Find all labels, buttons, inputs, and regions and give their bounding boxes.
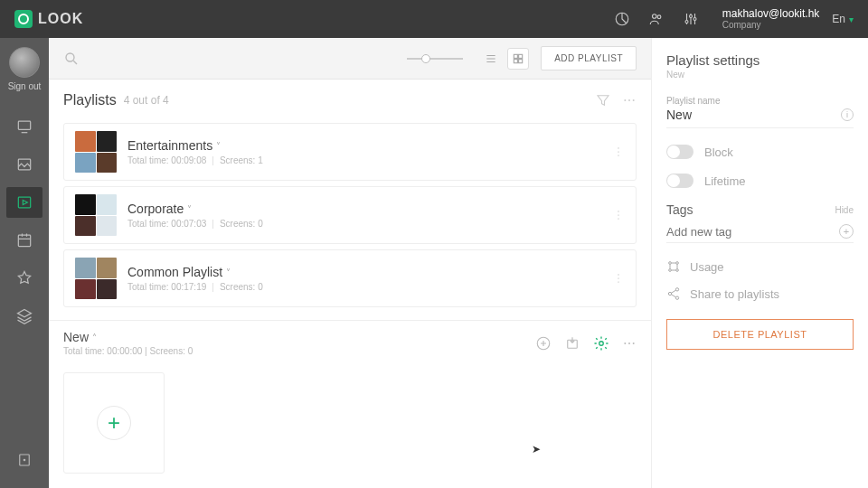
playlist-thumbs [75, 194, 117, 236]
playlist-name-input[interactable] [666, 106, 841, 124]
avatar[interactable] [9, 47, 40, 78]
share-label: Share to playlists [690, 287, 779, 301]
zoom-slider-handle[interactable] [421, 54, 430, 63]
chevron-down-icon: ˅ [216, 141, 221, 151]
open-total-time: 00:00:00 [107, 346, 142, 356]
thumb [97, 194, 118, 215]
svg-point-27 [618, 277, 619, 279]
logo[interactable]: LOOK [14, 10, 83, 28]
thumb [75, 279, 96, 300]
pie-chart-icon[interactable] [612, 9, 632, 29]
settings-panel: Playlist settings New Playlist name i Bl… [651, 38, 868, 488]
add-content-tile[interactable]: + [63, 372, 165, 474]
svg-rect-15 [514, 59, 517, 62]
view-list-button[interactable] [480, 48, 502, 70]
svg-point-4 [689, 15, 692, 18]
card-more-icon[interactable] [612, 209, 625, 221]
language-selector[interactable]: En ▾ [832, 13, 854, 25]
thumb [97, 216, 118, 237]
delete-playlist-button[interactable]: DELETE PLAYLIST [666, 319, 854, 350]
add-tag-plus-icon[interactable]: + [839, 224, 854, 239]
svg-point-11 [24, 459, 25, 461]
svg-point-38 [676, 269, 679, 272]
share-link[interactable]: Share to playlists [666, 286, 854, 301]
playlist-card[interactable]: Corporate˅Total time: 00:07:03|Screens: … [63, 186, 637, 244]
sidebar-layers-icon[interactable] [6, 301, 42, 332]
playlist-card[interactable]: Entertainments˅Total time: 00:09:08|Scre… [63, 123, 637, 181]
filter-icon[interactable] [595, 92, 611, 108]
card-more-icon[interactable] [612, 272, 625, 285]
import-icon[interactable] [564, 335, 580, 352]
open-playlist-name: New [63, 330, 89, 344]
playlist-thumbs [75, 258, 117, 299]
settings-gear-icon[interactable] [593, 335, 609, 352]
tags-title: Tags [666, 202, 835, 217]
lifetime-toggle[interactable] [666, 174, 693, 188]
svg-rect-9 [18, 235, 30, 247]
toolbar: ADD PLAYLIST [49, 38, 651, 80]
playlist-meta: Total time: 00:17:19|Screens: 0 [127, 282, 612, 292]
playlist-name: Corporate˅ [127, 202, 612, 216]
svg-point-1 [652, 14, 656, 19]
svg-point-34 [633, 343, 635, 344]
card-more-icon[interactable] [612, 145, 625, 158]
svg-point-21 [618, 151, 619, 153]
playlists-title: Playlists [63, 92, 117, 108]
open-screens: 0 [188, 346, 193, 356]
search-icon[interactable] [63, 51, 80, 67]
more-icon[interactable] [622, 93, 637, 108]
add-media-icon[interactable] [535, 335, 552, 352]
svg-point-18 [628, 99, 630, 101]
info-icon[interactable]: i [841, 108, 854, 121]
sidebar-playlists-icon[interactable] [6, 187, 42, 218]
svg-point-5 [693, 18, 696, 21]
sidebar-help-icon[interactable] [6, 445, 42, 475]
tags-hide-link[interactable]: Hide [835, 205, 854, 215]
chevron-down-icon: ˅ [187, 204, 192, 214]
playlist-thumbs [75, 131, 117, 173]
cursor-icon: ➤ [532, 443, 541, 455]
svg-point-39 [675, 288, 678, 291]
open-more-icon[interactable] [622, 336, 637, 351]
open-playlist-section: New ˄ Total time: 00:00:00 | Screens: 0 [49, 320, 651, 488]
sidebar-schedule-icon[interactable] [6, 225, 42, 256]
svg-point-36 [676, 262, 679, 265]
users-icon[interactable] [646, 9, 666, 29]
panel-subtitle: New [666, 70, 854, 80]
user-menu[interactable]: makhalov@lookit.hk Company [722, 7, 820, 31]
sidebar-screens-icon[interactable] [6, 111, 42, 142]
open-playlist-name-row[interactable]: New ˄ [63, 330, 193, 344]
user-email: makhalov@lookit.hk [722, 7, 820, 20]
share-icon [666, 286, 681, 301]
usage-link[interactable]: Usage [666, 259, 854, 274]
add-playlist-button[interactable]: ADD PLAYLIST [541, 46, 637, 70]
svg-point-24 [618, 214, 619, 216]
sidebar-star-icon[interactable] [6, 263, 42, 294]
view-grid-button[interactable] [507, 48, 529, 70]
playlist-name: Common Playlist˅ [127, 265, 612, 279]
brand-text: LOOK [38, 11, 83, 27]
svg-point-37 [669, 269, 672, 272]
playlists-header: Playlists 4 out of 4 [49, 80, 651, 117]
svg-point-26 [618, 274, 619, 276]
svg-point-2 [657, 15, 661, 19]
svg-point-19 [633, 99, 635, 101]
block-toggle[interactable] [666, 145, 693, 159]
svg-point-20 [618, 147, 619, 149]
svg-point-33 [628, 343, 630, 344]
sliders-icon[interactable] [681, 9, 701, 29]
logo-mark-icon [14, 10, 33, 28]
user-org: Company [722, 20, 820, 31]
sidebar: Sign out [0, 38, 49, 488]
zoom-slider[interactable] [407, 58, 463, 60]
playlist-card[interactable]: Common Playlist˅Total time: 00:17:19|Scr… [63, 249, 637, 307]
panel-title: Playlist settings [666, 52, 854, 68]
svg-point-22 [618, 155, 619, 156]
lifetime-label: Lifetime [704, 174, 746, 188]
sign-out-link[interactable]: Sign out [8, 81, 42, 91]
add-tag-input[interactable] [666, 225, 839, 239]
plus-icon: + [97, 406, 131, 440]
sidebar-media-icon[interactable] [6, 149, 42, 180]
svg-point-32 [624, 343, 626, 344]
svg-rect-13 [514, 54, 517, 58]
